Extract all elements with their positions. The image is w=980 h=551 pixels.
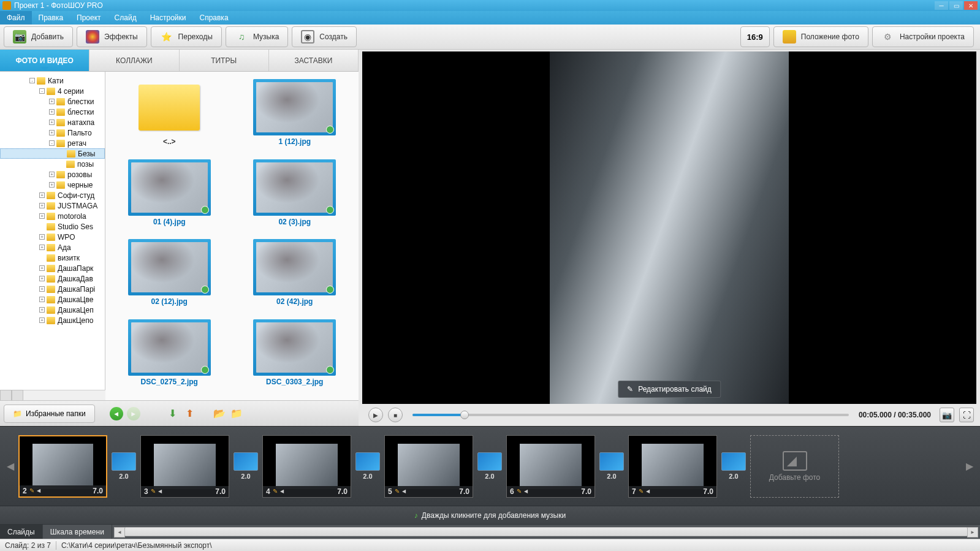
tree-item[interactable]: +Ада bbox=[0, 242, 105, 253]
folder-open-icon[interactable]: 📂 bbox=[213, 407, 226, 420]
project-settings-button[interactable]: ⚙Настройки проекта bbox=[872, 26, 974, 47]
tree-item[interactable]: позы bbox=[0, 159, 105, 169]
tree-item[interactable]: +черные bbox=[0, 180, 105, 190]
stop-button[interactable]: ■ bbox=[388, 408, 403, 422]
slide-thumbnail[interactable]: 4✎◀7.0 bbox=[262, 435, 351, 498]
gear-icon: ⚙ bbox=[881, 30, 895, 44]
tree-item[interactable]: +JUSTMAGA bbox=[0, 200, 105, 211]
thumbnail-item[interactable]: DSC_0303_2.jpg bbox=[253, 319, 336, 393]
thumbnail-item[interactable]: 01 (4).jpg bbox=[128, 159, 211, 234]
folder-icon bbox=[56, 108, 65, 116]
create-button[interactable]: ◉Создать bbox=[292, 26, 357, 47]
snapshot-button[interactable]: 📷 bbox=[940, 408, 954, 422]
folder-icon bbox=[56, 171, 65, 178]
camera-icon: 📷 bbox=[13, 30, 26, 44]
transition-item[interactable]: 2.0 bbox=[477, 452, 503, 480]
tree-item[interactable]: +розовы bbox=[0, 169, 105, 180]
timeline-left-arrow[interactable]: ◀ bbox=[6, 460, 15, 472]
tab-titles[interactable]: ТИТРЫ bbox=[180, 50, 269, 71]
folder-icon bbox=[56, 140, 65, 147]
tab-photo-video[interactable]: ФОТО И ВИДЕО bbox=[0, 50, 89, 71]
slide-thumbnail[interactable]: 2✎◀7.0 bbox=[18, 435, 107, 498]
nav-forward-button[interactable]: ► bbox=[127, 407, 140, 420]
slide-thumbnail[interactable]: 3✎◀7.0 bbox=[140, 435, 229, 498]
tab-collages[interactable]: КОЛЛАЖИ bbox=[89, 50, 179, 71]
folder-icon bbox=[66, 161, 75, 168]
tree-item[interactable]: +блестки bbox=[0, 96, 105, 107]
thumbnail-item[interactable]: 02 (42).jpg bbox=[253, 239, 336, 313]
transition-item[interactable]: 2.0 bbox=[233, 452, 259, 480]
menu-slide[interactable]: Слайд bbox=[108, 11, 143, 25]
music-button[interactable]: ♫Музыка bbox=[226, 26, 288, 47]
aspect-ratio[interactable]: 16:9 bbox=[740, 26, 770, 47]
transitions-button[interactable]: ⭐Переходы bbox=[151, 26, 222, 47]
timeline-hscroll[interactable] bbox=[112, 525, 980, 539]
tree-item[interactable]: -4 серии bbox=[0, 86, 105, 96]
tree-item[interactable]: -ретач bbox=[0, 138, 105, 148]
tree-item[interactable]: Studio Ses bbox=[0, 221, 105, 232]
folder-icon[interactable]: 📁 bbox=[230, 407, 243, 420]
close-button[interactable]: ✕ bbox=[964, 1, 978, 10]
tab-timeline[interactable]: Шкала времени bbox=[43, 525, 112, 539]
timeline-slider[interactable] bbox=[412, 414, 849, 416]
transition-item[interactable]: 2.0 bbox=[111, 452, 137, 480]
maximize-button[interactable]: ▭ bbox=[949, 1, 963, 10]
tree-item[interactable]: +Пальто bbox=[0, 127, 105, 138]
tree-item[interactable]: +ДашкЦепо bbox=[0, 315, 105, 325]
transition-item[interactable]: 2.0 bbox=[355, 452, 381, 480]
folder-icon bbox=[47, 265, 55, 272]
thumbnail-item[interactable]: 1 (12).jpg bbox=[253, 79, 336, 153]
tab-slides[interactable]: Слайды bbox=[0, 525, 43, 539]
thumbnail-item[interactable]: 02 (3).jpg bbox=[253, 159, 336, 234]
menu-help[interactable]: Справка bbox=[192, 11, 235, 25]
edit-slide-button[interactable]: ✎Редактировать слайд bbox=[618, 381, 721, 398]
tree-item[interactable]: +ДашкаЦеп bbox=[0, 305, 105, 315]
folder-tree[interactable]: -Кати-4 серии+блестки+блестки+натахпа+Па… bbox=[0, 72, 105, 390]
timeline-right-arrow[interactable]: ▶ bbox=[965, 460, 974, 472]
play-button[interactable]: ▶ bbox=[368, 408, 383, 422]
nav-back-button[interactable]: ◄ bbox=[110, 407, 123, 420]
menu-project[interactable]: Проект bbox=[70, 11, 108, 25]
menu-settings[interactable]: Настройки bbox=[143, 11, 193, 25]
download-icon[interactable]: ⬇ bbox=[166, 407, 180, 420]
add-slide-button[interactable]: Добавьте фото bbox=[750, 435, 839, 498]
folder-icon bbox=[56, 119, 65, 126]
upload-icon[interactable]: ⬆ bbox=[183, 407, 197, 420]
tree-item[interactable]: -Кати bbox=[0, 75, 105, 86]
arrow-icon: ◀ bbox=[646, 488, 650, 494]
effects-button[interactable]: Эффекты bbox=[77, 26, 147, 47]
tree-item[interactable]: +motorola bbox=[0, 211, 105, 221]
left-panel: ФОТО И ВИДЕО КОЛЛАЖИ ТИТРЫ ЗАСТАВКИ -Кат… bbox=[0, 50, 359, 426]
minimize-button[interactable]: ─ bbox=[935, 1, 948, 10]
tab-intros[interactable]: ЗАСТАВКИ bbox=[269, 50, 359, 71]
slide-thumbnail[interactable]: 5✎◀7.0 bbox=[384, 435, 473, 498]
tree-item[interactable]: +ДашкаПарі bbox=[0, 284, 105, 294]
tree-item[interactable]: +блестки bbox=[0, 107, 105, 117]
favorites-button[interactable]: 📁Избранные папки bbox=[4, 405, 95, 423]
status-slide-count: Слайд: 2 из 7 bbox=[5, 541, 51, 550]
tree-item[interactable]: +WPO bbox=[0, 232, 105, 242]
fullscreen-button[interactable]: ⛶ bbox=[959, 408, 974, 422]
transition-item[interactable]: 2.0 bbox=[599, 452, 625, 480]
tree-item[interactable]: +Софи-студ bbox=[0, 190, 105, 200]
add-button[interactable]: 📷Добавить bbox=[4, 26, 73, 47]
tree-item[interactable]: +натахпа bbox=[0, 117, 105, 127]
tree-item[interactable]: Безы bbox=[0, 148, 105, 159]
transition-item[interactable]: 2.0 bbox=[721, 452, 746, 480]
tree-item[interactable]: +ДашаПарк bbox=[0, 263, 105, 273]
tree-item[interactable]: +ДашкаДав bbox=[0, 273, 105, 284]
thumbnail-item[interactable]: DSC_0275_2.jpg bbox=[128, 319, 211, 393]
tree-scrollbar[interactable] bbox=[0, 390, 105, 400]
menu-edit[interactable]: Правка bbox=[32, 11, 70, 25]
tree-item[interactable]: визитк bbox=[0, 253, 105, 263]
slide-thumbnail[interactable]: 7✎◀7.0 bbox=[628, 435, 717, 498]
photo-position-button[interactable]: Положение фото bbox=[773, 26, 868, 47]
thumbnail-item[interactable]: 02 (12).jpg bbox=[128, 239, 211, 313]
thumbnail-item[interactable]: <..> bbox=[128, 79, 211, 153]
arrow-icon: ◀ bbox=[280, 488, 284, 494]
preview-canvas[interactable]: ✎Редактировать слайд bbox=[362, 51, 976, 404]
music-track[interactable]: ♪ Дважды кликните для добавления музыки bbox=[0, 506, 980, 524]
slide-thumbnail[interactable]: 6✎◀7.0 bbox=[506, 435, 595, 498]
tree-item[interactable]: +ДашкаЦве bbox=[0, 294, 105, 305]
menu-file[interactable]: Файл bbox=[0, 11, 32, 25]
